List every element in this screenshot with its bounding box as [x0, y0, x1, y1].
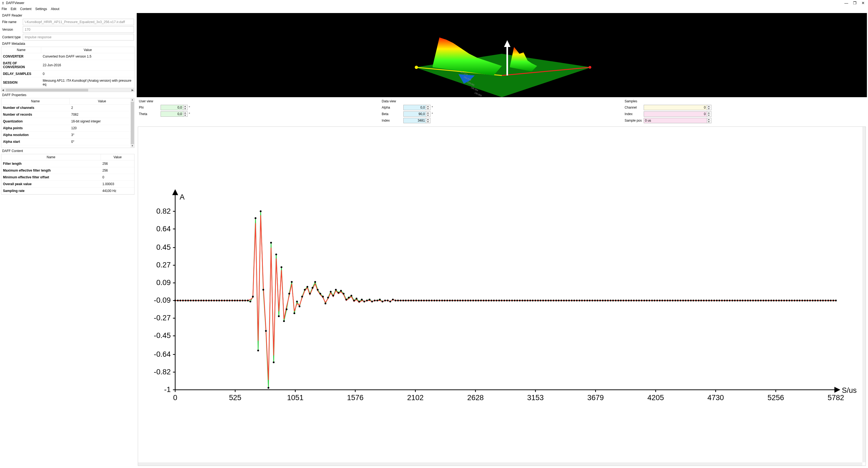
minimize-button[interactable]: — [844, 1, 848, 5]
channel-input[interactable] [644, 105, 707, 110]
filename-label: File name [2, 20, 23, 24]
theta-down[interactable]: ▼ [183, 114, 187, 116]
close-button[interactable]: ✕ [862, 1, 865, 5]
contenttype-input[interactable] [23, 34, 134, 40]
svg-text:0.09: 0.09 [156, 278, 170, 287]
menu-file[interactable]: File [2, 7, 7, 11]
table-row[interactable]: Quantization16-bit signed integer [1, 118, 134, 125]
cell-value: 256 [101, 160, 134, 167]
svg-point-196 [503, 300, 505, 301]
phi-down[interactable]: ▼ [183, 108, 187, 110]
menu-edit[interactable]: Edit [10, 7, 16, 11]
svg-point-100 [255, 217, 257, 219]
phi-unit: ° [189, 106, 190, 109]
sample-index-input[interactable] [644, 112, 707, 116]
svg-point-90 [229, 300, 230, 301]
table-row[interactable]: DELAY_SAMPLES0 [1, 70, 134, 77]
table-row[interactable]: CONVERTERConverted from DAFF version 1.5 [1, 53, 134, 60]
table-row[interactable]: Number of channels2 [1, 105, 134, 111]
phi-input[interactable] [161, 105, 183, 110]
chart-hscrollbar[interactable] [138, 462, 862, 466]
svg-text:2628: 2628 [467, 393, 484, 402]
col-name[interactable]: Name [1, 154, 101, 160]
svg-point-266 [685, 300, 686, 301]
data-index-down[interactable]: ▼ [426, 120, 430, 123]
table-row[interactable]: Filter length256 [1, 160, 134, 167]
theta-up[interactable]: ▲ [183, 112, 187, 114]
metadata-hscrollbar[interactable]: ◀▶ [1, 88, 134, 92]
svg-point-114 [291, 281, 293, 283]
svg-point-126 [322, 296, 324, 297]
col-value[interactable]: Value [70, 98, 134, 105]
svg-point-240 [617, 300, 619, 301]
beta-input[interactable] [404, 112, 426, 116]
svg-point-284 [732, 300, 734, 301]
svg-point-257 [661, 300, 663, 301]
svg-point-312 [804, 300, 806, 301]
svg-text:3679: 3679 [587, 393, 604, 402]
svg-point-241 [620, 300, 622, 301]
sample-index-down[interactable]: ▼ [707, 114, 711, 116]
svg-point-78 [197, 300, 199, 301]
svg-point-87 [221, 300, 223, 301]
table-row[interactable]: Maximum effective filter length256 [1, 167, 134, 174]
table-row[interactable]: DATE OF CONVERSION22-Jun-2016 [1, 60, 134, 70]
svg-point-260 [669, 300, 671, 301]
alpha-down[interactable]: ▼ [426, 108, 430, 110]
properties-vscrollbar[interactable]: ▲▼ [130, 98, 134, 148]
data-index-label: Index [382, 119, 403, 122]
table-row[interactable]: Alpha points120 [1, 125, 134, 131]
svg-point-108 [275, 254, 277, 256]
channel-up[interactable]: ▲ [707, 105, 711, 108]
svg-point-197 [506, 300, 508, 301]
svg-point-188 [483, 300, 485, 301]
chart-vscrollbar[interactable] [862, 127, 866, 462]
menu-about[interactable]: About [51, 7, 59, 11]
svg-point-141 [361, 299, 363, 300]
maximize-button[interactable]: ❐ [853, 1, 857, 5]
svg-point-290 [747, 300, 749, 301]
samplepos-up[interactable]: ▲ [707, 118, 711, 120]
svg-point-92 [234, 300, 236, 301]
samplepos-down[interactable]: ▼ [707, 120, 711, 123]
col-name[interactable]: Name [1, 98, 70, 105]
filename-input[interactable] [23, 19, 134, 25]
svg-marker-20 [834, 387, 840, 393]
beta-up[interactable]: ▲ [426, 112, 430, 114]
svg-point-164 [421, 300, 422, 301]
table-row[interactable]: Alpha resolution3° [1, 131, 134, 139]
table-row[interactable]: Number of records7082 [1, 111, 134, 118]
table-row[interactable]: SESSIONMessung AP11: ITA Kunstkopf (Anal… [1, 77, 134, 88]
svg-point-181 [465, 300, 467, 301]
alpha-up[interactable]: ▲ [426, 105, 430, 108]
data-index-input[interactable] [404, 118, 426, 123]
svg-point-192 [493, 300, 495, 301]
channel-label: Channel [625, 106, 644, 109]
col-name[interactable]: Name [1, 47, 41, 53]
svg-point-271 [698, 300, 700, 301]
svg-point-150 [384, 300, 386, 301]
svg-point-286 [737, 300, 739, 301]
svg-text:98.1818: 98.1818 [477, 97, 486, 97]
3d-visualization[interactable]: 327.273294.818 229.091196.364 130.90998.… [137, 13, 867, 97]
menu-content[interactable]: Content [20, 7, 31, 11]
beta-label: Beta [382, 112, 403, 116]
table-row[interactable]: Minimum effective filter offset0 [1, 174, 134, 181]
table-row[interactable]: Sampling rate44100 Hz [1, 187, 134, 194]
phi-up[interactable]: ▲ [183, 105, 187, 108]
sample-index-up[interactable]: ▲ [707, 112, 711, 114]
beta-down[interactable]: ▼ [426, 114, 430, 116]
menu-settings[interactable]: Settings [35, 7, 47, 11]
data-index-up[interactable]: ▲ [426, 118, 430, 120]
col-value[interactable]: Value [101, 154, 134, 160]
svg-point-305 [786, 300, 788, 301]
table-row[interactable]: Alpha start0° [1, 139, 134, 145]
samplepos-input[interactable] [644, 118, 707, 123]
theta-input[interactable] [161, 112, 183, 116]
waveform-chart[interactable]: AS/us-1-0.82-0.64-0.45-0.27-0.090.090.27… [138, 126, 866, 466]
table-row[interactable]: Overall peak value1.00003 [1, 181, 134, 187]
channel-down[interactable]: ▼ [707, 108, 711, 110]
col-value[interactable]: Value [41, 47, 134, 53]
version-input[interactable] [23, 26, 134, 33]
alpha-input[interactable] [404, 105, 426, 110]
